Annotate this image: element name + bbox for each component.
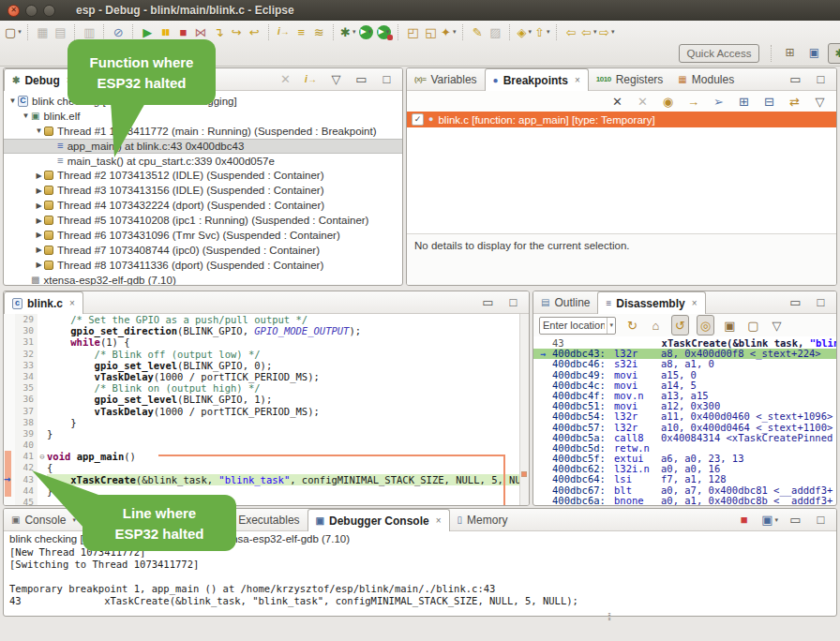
close-window-icon[interactable]: ✕	[8, 5, 20, 17]
maximize-icon[interactable]: □	[379, 70, 395, 89]
breakpoint-row[interactable]: ✓ ● blink.c [function: app_main] [type: …	[407, 112, 836, 127]
tab-memory[interactable]: ▯Memory	[450, 509, 516, 530]
navigate-up-icon[interactable]: ⇧▾	[534, 22, 550, 41]
minimize-icon[interactable]: ▭	[353, 70, 369, 89]
link-with-debug-icon[interactable]: ⇄	[787, 92, 802, 111]
remove-breakpoint-icon[interactable]: ✕	[609, 92, 625, 111]
expand-icon[interactable]: ▶	[34, 201, 44, 210]
forward-history-icon[interactable]: ⇨▾	[599, 22, 615, 41]
expand-icon[interactable]: ▶	[34, 186, 44, 195]
remove-all-breakpoints-icon[interactable]: ✕	[635, 92, 651, 111]
cpp-perspective-icon[interactable]: ▣	[803, 43, 825, 62]
debug-tree-row[interactable]: ▶Thread #3 1073413156 (IDLE) (Suspended …	[4, 183, 402, 198]
expand-all-icon[interactable]: ⊞	[736, 92, 752, 111]
run-launch-icon[interactable]: ▶▾	[359, 25, 373, 39]
debug-tree-row[interactable]: ▶Thread #4 1073432224 (dport) (Suspended…	[4, 198, 402, 213]
breakpoint-checkbox[interactable]: ✓	[412, 113, 424, 126]
debug-icon: ✱	[12, 76, 20, 85]
splitter-grip[interactable]: ⁞⁞	[608, 611, 609, 622]
debug-tree-row[interactable]: ▶Thread #8 1073411336 (dport) (Suspended…	[4, 258, 402, 273]
pin-editor-icon[interactable]: ◈▾	[517, 22, 532, 41]
collapse-icon[interactable]: ▼	[34, 127, 44, 135]
tab-variables[interactable]: (x)=Variables	[407, 68, 485, 90]
tab-outline[interactable]: ▤Outline	[533, 291, 597, 313]
debug-perspective-icon[interactable]: ✱	[828, 43, 840, 64]
debug-tree-row[interactable]: ▶Thread #2 1073413512 (IDLE) (Suspended …	[4, 168, 402, 183]
collapse-icon[interactable]: ▼	[8, 97, 18, 105]
disassembly-listing[interactable]: 43 xTaskCreate(&blink_task, "blink_tas→4…	[533, 336, 836, 506]
maximize-icon[interactable]: □	[813, 511, 829, 529]
expand-icon[interactable]: ▶	[34, 231, 44, 239]
minimize-icon[interactable]: ▭	[788, 511, 803, 529]
tab-debugger-console[interactable]: ▣Debugger Console×	[308, 509, 450, 531]
back-history-icon[interactable]: ⇦▾	[581, 22, 597, 41]
home-icon[interactable]: ⌂	[648, 316, 664, 335]
debug-tree-row[interactable]: ▶Thread #5 1073410208 (ipc1 : Running) (…	[4, 213, 402, 228]
location-combo[interactable]: Enter location here ▾	[539, 317, 616, 335]
view-menu-icon[interactable]: ▽	[812, 92, 828, 111]
close-tab-icon[interactable]: ×	[69, 298, 75, 308]
maximize-window-icon[interactable]	[43, 5, 55, 17]
track-expression-icon[interactable]: ◎	[697, 315, 714, 335]
step-filters-icon[interactable]: ≋	[311, 22, 327, 41]
tab-disassembly[interactable]: ≡Disassembly×	[597, 291, 705, 314]
external-tools-icon[interactable]: ▶▾	[377, 25, 391, 39]
save-icon[interactable]: ▦	[35, 22, 51, 41]
step-return-icon[interactable]: ↩	[247, 22, 262, 41]
overview-ruler[interactable]	[519, 314, 529, 506]
minimize-icon[interactable]: ▭	[480, 293, 496, 312]
show-debug-view-icon[interactable]: ≡	[293, 22, 309, 41]
back-icon[interactable]: ⇦	[563, 22, 579, 41]
display-selected-console-icon[interactable]: ▣▾	[761, 511, 778, 529]
remove-all-terminated-icon[interactable]: ✕	[278, 70, 293, 89]
tab-modules[interactable]: ▦Modules	[670, 68, 742, 90]
expand-icon[interactable]: ▶	[34, 216, 44, 225]
fold-gutter	[38, 360, 47, 371]
new-wizard-icon[interactable]: ▢▾	[5, 22, 22, 41]
maximize-icon[interactable]: □	[505, 293, 521, 312]
close-tab-icon[interactable]: ×	[575, 75, 580, 85]
expand-icon[interactable]: ▶	[34, 261, 44, 269]
open-perspective-icon[interactable]: ⊞	[779, 43, 801, 62]
show-breakpoint-types-icon[interactable]: ◉	[660, 92, 676, 111]
view-menu-icon[interactable]: ▽	[769, 316, 785, 335]
tab-blink-c[interactable]: c blink.c ×	[4, 291, 83, 314]
last-edit-location-icon[interactable]: ✎	[470, 22, 486, 41]
expand-icon[interactable]: ▶	[34, 171, 44, 180]
open-new-view-icon[interactable]: ▣	[722, 316, 738, 335]
select-breakpoint-icon[interactable]: ➢	[711, 92, 727, 111]
maximize-icon[interactable]: □	[813, 293, 829, 312]
launch-config-icon[interactable]: ✦▾	[441, 22, 457, 41]
collapse-all-icon[interactable]: ⊟	[761, 92, 777, 111]
debug-tree-row[interactable]: ▶Thread #6 1073431096 (Tmr Svc) (Suspend…	[4, 228, 402, 243]
instruction-stepping-mode-icon[interactable]: i→	[303, 70, 319, 89]
minimize-icon[interactable]: ▭	[788, 293, 803, 312]
clipboard-icon[interactable]: ▨	[488, 22, 503, 41]
refresh-icon[interactable]: ↻	[624, 316, 640, 335]
combo-dropdown-icon[interactable]: ▾	[607, 318, 615, 334]
quick-access-field[interactable]: Quick Access	[679, 44, 759, 63]
disassembly-gutter	[533, 359, 552, 369]
debug-tree-row[interactable]: ▩xtensa-esp32-elf-gdb (7.10)	[4, 273, 402, 286]
marker-gutter	[4, 349, 15, 360]
maximize-icon[interactable]: □	[813, 70, 829, 89]
debug-tree-row[interactable]: ▶Thread #7 1073408744 (ipc0) (Suspended …	[4, 243, 402, 258]
sync-context-icon[interactable]: ↺	[671, 315, 689, 335]
close-tab-icon[interactable]: ×	[692, 298, 698, 308]
open-project-icon[interactable]: ◰	[405, 22, 421, 41]
status-bar: ⁞⁞	[0, 619, 840, 641]
goto-breakpoint-file-icon[interactable]: →	[685, 92, 701, 111]
tab-breakpoints[interactable]: ●Breakpoints×	[485, 68, 589, 91]
tab-registers[interactable]: 1010Registers	[589, 68, 670, 90]
collapse-icon[interactable]: ▼	[21, 112, 31, 120]
open-folder-icon[interactable]: ◱	[423, 22, 439, 41]
minimize-icon[interactable]: ▭	[788, 70, 803, 89]
clone-view-icon[interactable]: ▢	[745, 316, 761, 335]
terminate-icon[interactable]: ■	[736, 511, 752, 529]
close-tab-icon[interactable]: ×	[436, 515, 442, 526]
instruction-stepping-icon[interactable]: i→	[276, 22, 292, 41]
minimize-window-icon[interactable]	[25, 5, 38, 17]
view-menu-icon[interactable]: ▽	[328, 70, 344, 89]
expand-icon[interactable]: ▶	[34, 246, 44, 254]
debug-launch-icon[interactable]: ✱▾	[340, 22, 356, 41]
